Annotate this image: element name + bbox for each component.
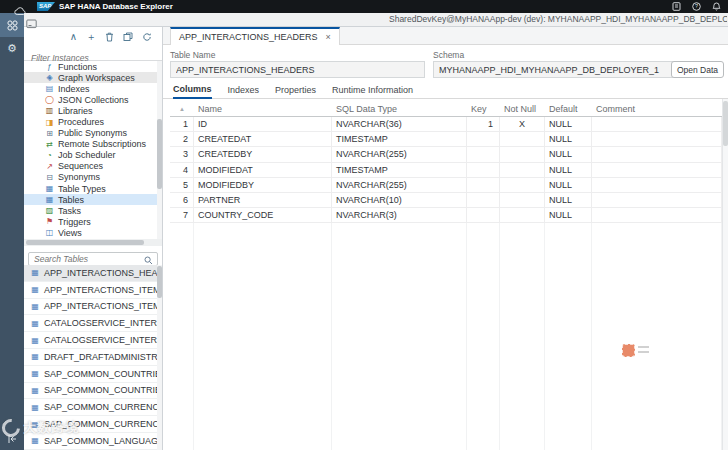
search-tables-input[interactable] — [28, 252, 158, 266]
tasks-icon: ▨ — [44, 206, 55, 215]
tree-item[interactable]: ⚑ Triggers — [24, 216, 162, 227]
table-header-form: Table Name Schema Open Data — [163, 45, 728, 83]
notifications-icon[interactable] — [712, 2, 721, 11]
schema-field[interactable] — [433, 61, 681, 78]
table-icon: ▦ — [30, 319, 40, 328]
tree-item[interactable]: ƒ Functions — [24, 61, 162, 72]
functions-icon: ƒ — [44, 62, 55, 71]
graph-workspaces-icon: ◈ — [44, 73, 55, 82]
list-scrollbar-thumb[interactable] — [157, 266, 162, 298]
tree-scrollbar-thumb[interactable] — [157, 119, 162, 189]
grid-row[interactable]: 6 PARTNER NVARCHAR(10) NULL — [170, 193, 722, 208]
table-list-item[interactable]: ▦ CATALOGSERVICE_INTERACTIONS_ITEMS — [24, 332, 162, 349]
close-tab-icon[interactable]: × — [326, 32, 331, 42]
sequences-icon: ↗ — [44, 162, 55, 171]
grid-body: 1 ID NVARCHAR(36) 1 X NULL 2 CREATEDAT T… — [170, 117, 722, 223]
tree-item[interactable]: ◫ Views — [24, 227, 162, 238]
add-instance-icon[interactable]: ＋ — [86, 32, 96, 42]
table-list-item[interactable]: ▦ APP_INTERACTIONS_ITEMS — [24, 282, 162, 299]
grid-scrollbar-thumb[interactable] — [723, 101, 728, 146]
table-list-item[interactable]: ▦ DRAFT_DRAFTADMINISTRATIVEDATA — [24, 349, 162, 366]
grid-scrollbar — [722, 99, 728, 450]
table-icon: ▦ — [30, 336, 40, 345]
table-icon: ▦ — [30, 403, 40, 412]
editor-tabstrip: APP_INTERACTIONS_HEADERS × — [163, 27, 728, 45]
filter-instances-row — [24, 47, 162, 61]
grid-row[interactable]: 2 CREATEDAT TIMESTAMP NULL — [170, 132, 722, 147]
object-tab-label: APP_INTERACTIONS_HEADERS — [179, 32, 318, 42]
col-header-comment[interactable]: Comment — [592, 101, 722, 116]
delete-icon[interactable] — [105, 32, 114, 42]
tree-item[interactable]: ⊞ Public Synonyms — [24, 128, 162, 139]
tree-item[interactable]: ◯ JSON Collections — [24, 94, 162, 105]
collapse-all-icon[interactable]: ∧ — [70, 32, 77, 42]
detail-tab[interactable]: Runtime Information — [332, 85, 413, 98]
shell-title: SAP HANA Database Explorer — [59, 0, 173, 13]
col-header-sql-data-type[interactable]: SQL Data Type — [332, 101, 467, 116]
table-icon: ▦ — [30, 302, 40, 311]
libraries-icon: ▥ — [44, 106, 55, 115]
object-tab[interactable]: APP_INTERACTIONS_HEADERS × — [170, 27, 340, 45]
left-rail: ⚙ — [0, 13, 24, 450]
grid-row[interactable]: 7 COUNTRY_CODE NVARCHAR(3) NULL — [170, 208, 722, 223]
refresh-icon[interactable] — [142, 32, 152, 42]
table-list-item[interactable]: ▦ SAP_COMMON_CURRENCIES_TEXTS — [24, 416, 162, 433]
triggers-icon: ⚑ — [44, 217, 55, 226]
settings-icon[interactable]: ⚙ — [0, 37, 24, 59]
open-console-icon[interactable] — [123, 32, 133, 42]
detail-tab[interactable]: Properties — [275, 85, 316, 98]
table-list-item[interactable]: ▦ SAP_COMMON_COUNTRIES — [24, 366, 162, 383]
table-list-item[interactable]: ▦ SAP_COMMON_LANGUAGES — [24, 433, 162, 450]
col-header-name[interactable]: Name — [194, 101, 332, 116]
tree-hscrollbar — [24, 239, 162, 246]
tables-icon: ▦ — [44, 195, 55, 204]
instances-toolbar: ∧ ＋ — [24, 27, 162, 47]
console-icon[interactable] — [26, 15, 37, 33]
table-list-item[interactable]: ▦ APP_INTERACTIONS_ITEMS_TEXTS — [24, 299, 162, 316]
sort-icon[interactable]: ▲ — [170, 101, 194, 116]
svg-text:?: ? — [695, 3, 698, 9]
table-icon: ▦ — [30, 285, 40, 294]
public-synonyms-icon: ⊞ — [44, 129, 55, 138]
grid-empty-area — [170, 223, 722, 450]
grid-row[interactable]: 4 MODIFIEDAT TIMESTAMP NULL — [170, 163, 722, 178]
shell-actions: ? — [672, 0, 721, 13]
tree-item[interactable]: ▥ Libraries — [24, 105, 162, 116]
tree-item[interactable]: ⇄ Remote Subscriptions — [24, 139, 162, 150]
table-list-item[interactable]: ▦ SAP_COMMON_CURRENCIES — [24, 399, 162, 416]
editor-pane: APP_INTERACTIONS_HEADERS × Table Name Sc… — [163, 27, 728, 450]
col-header-not-null[interactable]: Not Null — [500, 101, 545, 116]
tree-item[interactable]: ↗ Sequences — [24, 161, 162, 172]
context-bar: SharedDevKey@MyHANAApp-dev (dev): MYHANA… — [24, 13, 728, 27]
detail-tab[interactable]: Columns — [173, 84, 212, 99]
tree-item[interactable]: ▤ Indexes — [24, 83, 162, 94]
tree-item[interactable]: ⊟ Synonyms — [24, 172, 162, 183]
collapse-panel-icon[interactable] — [0, 434, 24, 444]
table-icon: ▦ — [30, 436, 40, 445]
table-name-field[interactable] — [170, 61, 425, 78]
tree-item[interactable]: ◈ Graph Workspaces — [24, 72, 162, 83]
detail-tab[interactable]: Indexes — [228, 85, 260, 98]
tree-item[interactable]: ▨ Tasks — [24, 205, 162, 216]
help-icon[interactable]: ? — [692, 2, 701, 11]
job-scheduler-icon: ◔ — [44, 151, 55, 160]
tree-item[interactable]: ▦ Table Types — [24, 183, 162, 194]
tree-hscrollbar-thumb[interactable] — [26, 240, 144, 245]
table-list-item[interactable]: ▦ APP_INTERACTIONS_HEADERS — [24, 265, 162, 282]
table-list-item[interactable]: ▦ SAP_COMMON_COUNTRIES_TEXTS — [24, 383, 162, 400]
grid-row[interactable]: 3 CREATEDBY NVARCHAR(255) NULL — [170, 147, 722, 162]
journal-icon[interactable] — [672, 2, 681, 11]
col-header-key[interactable]: Key — [467, 101, 500, 116]
grid-row[interactable]: 5 MODIFIEDBY NVARCHAR(255) NULL — [170, 178, 722, 193]
remote-subscriptions-icon: ⇄ — [44, 140, 55, 149]
table-list-item[interactable]: ▦ CATALOGSERVICE_INTERACTIONS_HEADERS — [24, 315, 162, 332]
tree-item[interactable]: ▦ Tables — [24, 194, 162, 205]
col-header-default[interactable]: Default — [545, 101, 592, 116]
grid-row[interactable]: 1 ID NVARCHAR(36) 1 X NULL — [170, 117, 722, 132]
tree-item[interactable]: ◔ Job Scheduler — [24, 150, 162, 161]
tree-item[interactable]: ◨ Procedures — [24, 116, 162, 127]
tree-scrollbar — [157, 61, 162, 239]
grid-header-row: ▲ Name SQL Data Type Key Not Null Defaul… — [170, 101, 722, 117]
table-icon: ▦ — [30, 352, 40, 361]
open-data-button[interactable]: Open Data — [671, 61, 724, 78]
